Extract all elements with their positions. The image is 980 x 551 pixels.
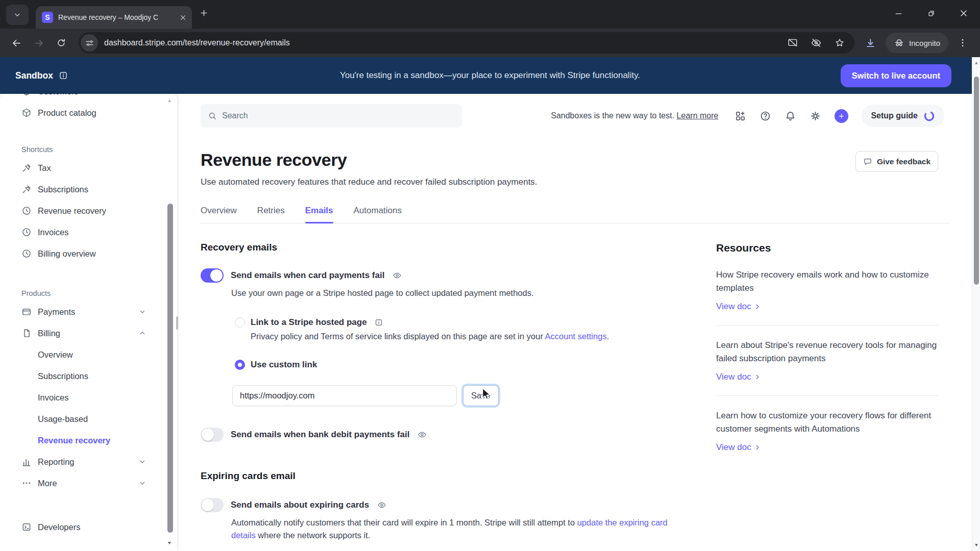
sidebar-item-label: Customers [38,94,79,96]
sidebar-item-invoices-shortcut[interactable]: Invoices [0,221,177,243]
expiring-cards-toggle-label: Send emails about expiring cards [231,500,369,510]
sidebar-item-product-catalog[interactable]: Product catalog [0,102,177,123]
tab-retries[interactable]: Retries [257,206,285,223]
sandboxes-switcher-button[interactable] [734,110,746,122]
custom-link-radio[interactable] [235,360,245,370]
tab-close-button[interactable] [179,14,187,21]
sidebar-item-usage-based[interactable]: Usage-based [0,408,177,430]
learn-more-link[interactable]: Learn more [677,111,719,120]
sidebar-item-subscriptions[interactable]: Subscriptions [0,179,177,200]
window-restore-button[interactable] [915,0,947,27]
reload-button[interactable] [51,33,71,53]
create-button[interactable] [835,109,848,123]
bank-debit-toggle[interactable] [201,428,224,442]
address-bar[interactable]: dashboard.stripe.com/test/revenue-recove… [79,32,854,54]
back-button[interactable] [6,33,27,53]
downloads-button[interactable] [865,37,876,49]
sidebar-item-billing-overview[interactable]: Billing overview [0,243,177,264]
sidebar-scrollbar-thumb[interactable] [167,204,173,533]
sidebar-scroll-down-icon[interactable] [165,539,174,547]
preview-eye-icon[interactable] [393,271,402,280]
eye-off-icon[interactable] [811,37,822,48]
app-body: Customers Product catalog Shortcuts Tax … [0,94,980,551]
toggle-knob [202,499,214,511]
hosted-page-radio-row: Link to a Stripe hosted page [235,317,716,328]
pin-icon [21,184,32,194]
tab-overview[interactable]: Overview [201,206,237,223]
expiring-cards-toggle[interactable] [201,498,224,512]
info-square-icon[interactable] [374,318,383,327]
sidebar-item-tax[interactable]: Tax [0,157,177,179]
sidebar-resize-handle[interactable] [176,316,178,330]
window-close-button[interactable] [947,0,980,27]
custom-link-input[interactable] [232,385,457,406]
scroll-up-icon[interactable] [973,60,980,67]
sidebar-item-more[interactable]: More [0,472,177,494]
speech-bubble-icon [863,157,872,166]
sidebar-item-billing-subscriptions[interactable]: Subscriptions [0,365,177,387]
browser-menu-button[interactable] [958,38,968,48]
scrollbar-thumb[interactable] [974,77,979,285]
preview-eye-icon[interactable] [418,430,427,439]
incognito-badge: Incognito [886,33,948,53]
window-minimize-button[interactable] [882,0,915,27]
url-text[interactable]: dashboard.stripe.com/test/revenue-recove… [104,38,787,47]
give-feedback-label: Give feedback [877,157,930,166]
view-doc-link[interactable]: View doc [716,442,949,453]
sidebar-scroll-up-icon[interactable] [165,97,174,105]
expiring-desc-prefix: Automatically notify customers that thei… [231,518,577,527]
sidebar-item-billing[interactable]: Billing [0,322,177,344]
resources-column: Resources How Stripe recovery emails wor… [716,223,949,542]
window-scrollbar[interactable] [972,57,980,551]
search-input[interactable] [222,111,455,120]
view-doc-link[interactable]: View doc [716,372,949,382]
settings-gear-button[interactable] [810,110,821,122]
help-button[interactable] [760,110,771,122]
sidebar-item-developers[interactable]: Developers [0,516,177,538]
sidebar-item-label: Invoices [38,393,69,403]
sidebar-item-label: Overview [38,350,73,360]
custom-link-row: Save [232,385,716,406]
new-tab-button[interactable] [199,8,209,18]
notifications-bell-button[interactable] [785,110,796,122]
setup-guide-button[interactable]: Setup guide [862,105,944,127]
sidebar-item-billing-invoices[interactable]: Invoices [0,387,177,408]
sidebar-item-revenue-recovery-active[interactable]: Revenue recovery [0,430,177,451]
clock-icon [21,227,32,237]
expiring-cards-heading: Expiring cards email [201,470,716,482]
give-feedback-button[interactable]: Give feedback [855,151,938,172]
tab-emails[interactable]: Emails [305,206,333,223]
sidebar-item-label: Subscriptions [38,371,88,381]
incognito-icon [894,38,904,48]
bookmark-star-icon[interactable] [834,37,845,48]
tab-automations[interactable]: Automations [354,206,402,223]
page-title: Revenue recovery [201,150,949,170]
chevron-right-icon [753,303,762,311]
sidebar-item-billing-overview-child[interactable]: Overview [0,344,177,365]
ellipsis-icon [21,478,32,488]
view-doc-link[interactable]: View doc [716,302,949,312]
card-payments-toggle[interactable] [201,268,224,283]
sidebar-item-label: Billing [38,329,60,338]
preview-eye-icon[interactable] [377,500,386,510]
hosted-desc-suffix: . [607,332,609,341]
sidebar-heading-shortcuts: Shortcuts [0,142,177,157]
scroll-down-icon[interactable] [973,541,980,548]
site-settings-icon[interactable] [81,34,98,52]
card-payments-description: Use your own page or a Stripe hosted pag… [231,287,716,300]
forward-button[interactable] [29,33,49,53]
account-settings-link[interactable]: Account settings [545,332,607,341]
hosted-page-radio[interactable] [235,317,245,328]
browser-tab[interactable]: S Revenue recovery – Moodjoy C [36,6,192,29]
sidebar-item-revenue-recovery-shortcut[interactable]: Revenue recovery [0,200,177,221]
sidebar-item-reporting[interactable]: Reporting [0,451,177,472]
toggle-knob [210,269,223,282]
sidebar-item-payments[interactable]: Payments [0,301,177,322]
switch-to-live-account-button[interactable]: Switch to live account [841,64,951,87]
info-icon[interactable] [58,70,68,81]
search-box[interactable] [201,104,462,128]
screen-share-off-icon[interactable] [787,37,798,48]
sidebar-item-customers-clipped[interactable]: Customers [0,94,177,102]
expiring-desc-suffix: where the network supports it. [256,531,371,540]
tab-search-button[interactable] [6,5,29,25]
